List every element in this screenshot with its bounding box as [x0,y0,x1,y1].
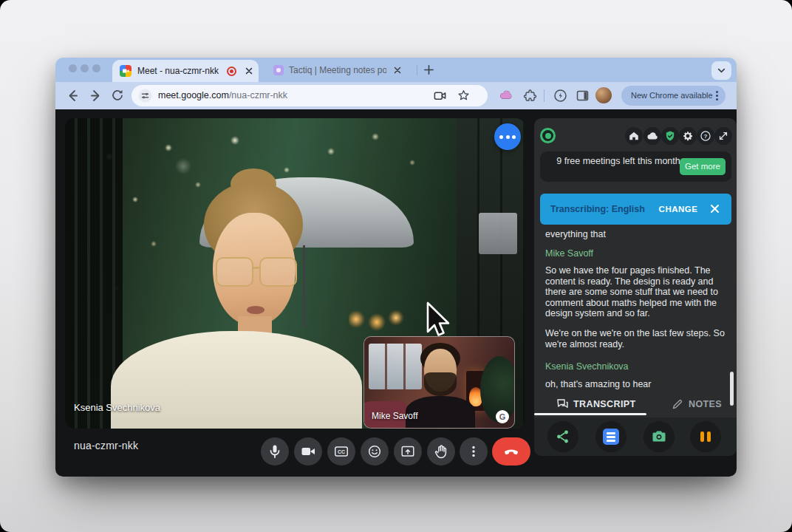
side-panel-icon[interactable] [576,89,590,106]
new-tab-button[interactable] [423,64,435,79]
tab-tactiq[interactable]: Tactiq | Meeting notes powe [268,61,416,80]
url-text[interactable]: meet.google.com/nua-czmr-nkk [158,85,287,106]
url-host: meet.google.com [158,90,229,100]
screenshot-camera-icon [650,428,668,446]
pip-name-label: Mike Savoff [372,411,417,421]
tactiq-panel: ? 9 free meetings left this month Get mo… [534,118,737,456]
site-settings-tune-icon[interactable] [138,89,152,106]
extensions-puzzle-icon[interactable] [523,89,537,106]
toolbar-divider [544,89,544,102]
settings-button[interactable] [679,127,697,145]
participant-mouth [247,306,264,314]
tab-notes[interactable]: NOTES [661,395,735,414]
tactiq-toolbar [534,417,737,456]
close-window-button[interactable] [69,64,77,72]
svg-text:?: ? [704,133,708,140]
tab-notes-label: NOTES [689,395,722,414]
microphone-button[interactable] [261,437,289,466]
svg-text:CC: CC [338,449,345,454]
pause-icon [700,432,704,442]
recording-indicator-icon [227,66,236,76]
video-tile-pip[interactable]: Mike Savoff G [363,336,515,429]
help-button[interactable]: ? [697,127,714,145]
video-tile-main[interactable]: Ksenia Svechnikova Mike Savoff G [65,118,525,429]
share-button[interactable] [547,421,578,452]
camera-indicator-icon[interactable] [433,89,447,106]
present-button[interactable] [394,437,422,466]
transcribing-status-label: Transcribing: English [550,194,645,225]
raise-hand-icon [433,443,449,460]
help-icon: ? [700,130,711,142]
present-icon [400,443,416,460]
meet-content-area: Ksenia Svechnikova Mike Savoff G nua-czm… [55,109,737,477]
tab-strip: Meet - nua-czmr-nkk Tactiq | Meeting not… [55,58,737,82]
pause-button[interactable] [690,421,721,452]
free-meetings-card: 9 free meetings left this month Get more [540,151,731,182]
pencil-icon [671,398,684,411]
bookmark-star-icon[interactable] [457,89,471,106]
transcribing-banner: Transcribing: English CHANGE [540,194,731,225]
reactions-button[interactable] [361,437,389,466]
tactiq-floating-bubble[interactable] [494,123,521,150]
tab-transcript[interactable]: TRANSCRIPT [534,395,646,414]
free-meetings-text: 9 free meetings left this month [552,155,685,167]
close-banner-icon[interactable] [709,202,721,218]
more-menu-icon[interactable] [711,89,723,102]
maximize-window-button[interactable] [92,64,100,72]
transcript-speaker: Mike Savoff [545,248,731,259]
google-badge-icon: G [496,410,509,423]
transcript-text: So we have the four pages finished. The … [545,265,731,319]
chat-bubbles-icon [556,398,570,412]
privacy-shield-button[interactable] [661,127,679,145]
meeting-code-label: nua-czmr-nkk [74,440,138,451]
extension-pink-icon[interactable] [499,89,513,106]
close-tab-icon[interactable] [392,65,403,78]
home-icon [628,130,640,142]
profile-avatar[interactable] [595,87,612,103]
get-more-button[interactable]: Get more [680,158,726,175]
close-tab-icon[interactable] [244,66,254,79]
raise-hand-button[interactable] [427,437,455,466]
tab-meet[interactable]: Meet - nua-czmr-nkk [112,60,259,82]
cloud-icon [646,130,658,142]
home-button[interactable] [625,127,643,145]
screenshot-button[interactable] [644,421,675,452]
tab-search-button[interactable] [711,61,731,80]
docs-icon [603,429,619,445]
transcript-text: We're on the we're on the last few steps… [545,328,731,349]
tab-title: Meet - nua-czmr-nkk [137,60,225,82]
hangup-phone-icon [502,443,520,460]
participant-glasses [216,257,298,287]
participant-shirt [111,331,362,429]
cloud-button[interactable] [644,127,661,145]
umbrella-pole [303,245,305,328]
pip-participant-beard [424,372,457,396]
pip-window [369,344,422,389]
active-tab-underline [534,413,646,415]
tab-separator [417,65,417,75]
url-path: /nua-czmr-nkk [229,90,287,100]
share-icon [555,429,571,445]
forward-icon[interactable] [88,88,103,106]
captions-icon: CC [333,443,349,460]
expand-panel-button[interactable] [714,127,732,145]
reload-icon[interactable] [110,88,125,106]
camera-button[interactable] [294,437,322,466]
leave-call-button[interactable] [492,437,530,466]
transcript-speaker: Ksenia Svechnikova [545,361,731,372]
back-icon[interactable] [66,88,81,106]
captions-button[interactable]: CC [327,437,355,466]
more-options-button[interactable] [460,437,488,466]
transcript-text: everything that [545,229,731,240]
screenshot-root: { "browser": { "tabs": [ {"title": "Meet… [0,0,792,532]
browser-window: Meet - nua-czmr-nkk Tactiq | Meeting not… [55,58,737,477]
update-chrome-button[interactable]: New Chrome available [621,86,726,106]
open-docs-button[interactable] [595,421,627,452]
change-language-button[interactable]: CHANGE [655,194,701,225]
minimize-window-button[interactable] [81,64,89,72]
performance-icon[interactable] [553,89,567,106]
tab-title: Tactiq | Meeting notes powe [289,61,386,83]
meet-favicon [120,65,132,77]
address-bar[interactable]: meet.google.com/nua-czmr-nkk [132,85,488,106]
browser-toolbar: meet.google.com/nua-czmr-nkk New Chrome … [55,82,737,109]
